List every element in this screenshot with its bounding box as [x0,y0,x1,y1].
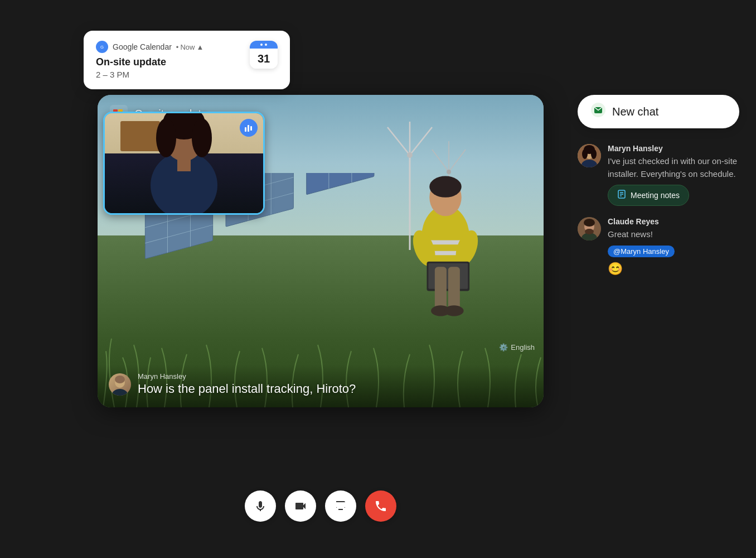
claude-message-content: Claude Reyes Great news! @Maryn Hansley … [608,217,739,276]
chat-message-2: Claude Reyes Great news! @Maryn Hansley … [578,217,739,276]
svg-rect-56 [245,127,246,132]
self-view-person [134,112,234,213]
maryn-avatar [578,144,601,167]
calendar-header: G Google Calendar • Now ▲ [96,41,242,53]
calendar-app-name: Google Calendar [113,42,172,51]
svg-point-48 [112,389,128,396]
svg-point-49 [115,376,125,383]
calendar-event-time: 2 – 3 PM [96,70,242,79]
svg-text:G: G [100,45,104,50]
claude-message-text: Great news! [608,228,739,241]
new-chat-button[interactable]: New chat [578,95,739,128]
new-chat-label: New chat [612,105,658,118]
calendar-event-title: On-site update [96,56,242,68]
caption-message: How is the panel install tracking, Hirot… [138,382,532,396]
svg-point-54 [192,118,212,157]
chat-message-1: Maryn Hansley I've just checked in with … [578,144,739,206]
chevron-up-icon: ▲ [196,43,203,51]
maryn-sender-name: Maryn Hansley [608,144,739,153]
svg-point-74 [585,229,594,234]
mention-badge: @Maryn Hansley [608,246,675,257]
notes-icon [617,190,626,201]
svg-rect-55 [177,157,191,171]
svg-rect-24 [307,173,374,195]
self-view-background [105,113,263,213]
meeting-notes-button[interactable]: Meeting notes [608,185,689,206]
caption-bar: Maryn Hansley How is the panel install t… [98,364,544,407]
caption-speaker-name: Maryn Hansley [138,372,532,381]
emoji-reaction: 😊 [608,262,739,276]
chat-icon [591,103,605,121]
call-controls [98,490,544,522]
maryn-message-text: I've just checked in with our on-site in… [608,155,739,180]
camera-button[interactable] [285,490,316,522]
calendar-notification-content: G Google Calendar • Now ▲ On-site update… [96,41,242,79]
caption-speaker-avatar [109,373,131,396]
claude-sender-name: Claude Reyes [608,217,739,226]
svg-rect-31 [429,240,461,244]
calendar-badge: 31 [250,41,278,69]
microphone-button[interactable] [245,490,276,522]
meeting-notes-label: Meeting notes [631,191,680,200]
svg-point-64 [591,149,597,159]
svg-point-53 [156,118,176,157]
svg-point-30 [429,176,461,198]
settings-icon: ⚙️ [499,343,508,352]
right-panel: New chat Maryn Hansley I've just checked… [578,95,739,287]
present-button[interactable] [325,490,356,522]
end-call-button[interactable] [365,490,396,522]
self-view-pip [103,112,265,215]
svg-point-72 [584,219,595,227]
calendar-day-number: 31 [258,52,270,65]
language-badge: ⚙️ English [499,343,535,352]
claude-avatar [578,217,601,240]
calendar-time: • Now ▲ [176,43,203,51]
svg-rect-58 [250,126,252,131]
google-calendar-icon: G [96,41,108,53]
audio-active-indicator [240,119,258,137]
calendar-notification: G Google Calendar • Now ▲ On-site update… [84,31,290,89]
caption-content: Maryn Hansley How is the panel install t… [138,372,532,396]
maryn-message-content: Maryn Hansley I've just checked in with … [608,144,739,206]
svg-point-63 [582,149,588,159]
svg-rect-57 [248,125,249,132]
